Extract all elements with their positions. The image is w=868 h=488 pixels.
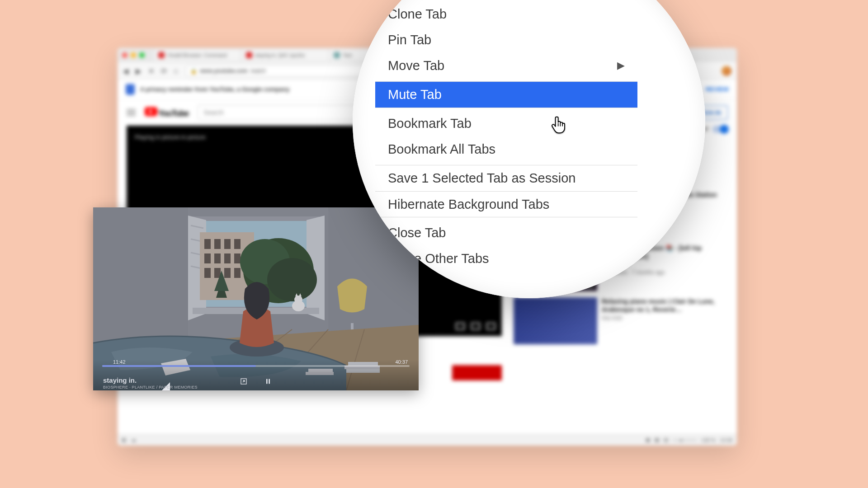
menu-icon[interactable] <box>127 109 136 116</box>
subscribe-button[interactable] <box>452 365 502 380</box>
fullscreen-icon[interactable] <box>486 323 495 330</box>
browser-tab[interactable]: Vivaldi Browser. Command <box>155 50 241 61</box>
zoom-window-icon[interactable] <box>139 52 145 58</box>
popout-icon[interactable] <box>240 378 247 385</box>
reload-icon[interactable]: ⟳ <box>161 67 169 75</box>
pip-video-title: staying in. <box>103 376 137 384</box>
images-toggle-icon[interactable]: ▤ <box>664 437 668 443</box>
clock: 13:36 <box>720 437 732 443</box>
home-icon[interactable]: ⌂ <box>174 67 182 75</box>
theater-icon[interactable] <box>471 323 480 330</box>
pip-controls: 11:42 40:37 staying in. BIOSPHERE · PLAN… <box>93 360 419 390</box>
progress-bar[interactable] <box>102 365 410 367</box>
status-bar: ◧ ☁ ▣ ▦ ▤ ──●──── 130 % 13:36 <box>118 434 737 446</box>
autoplay-toggle[interactable] <box>712 126 728 133</box>
pip-video-subtitle: BIOSPHERE · PLANTLIKE / PAPER MEMORIES <box>103 385 198 389</box>
elapsed-time: 11:42 <box>113 359 126 365</box>
lock-icon: 🔒 <box>190 68 197 74</box>
submenu-arrow-icon: ▶ <box>617 58 625 73</box>
tiling-icon[interactable]: ▦ <box>655 437 659 443</box>
zoom-value: 130 % <box>701 437 715 443</box>
pause-icon[interactable] <box>264 378 272 385</box>
total-time: 40:37 <box>395 359 408 365</box>
menu-item-close-tab[interactable]: Close Tab <box>375 220 637 246</box>
menu-item-save-session[interactable]: Save 1 Selected Tab as Session <box>375 165 637 191</box>
minimize-window-icon[interactable] <box>131 52 136 58</box>
suggested-video[interactable]: Relaxing piano music | Clair De Lune, Ar… <box>514 297 728 344</box>
youtube-logo[interactable]: YouTube <box>145 107 189 118</box>
menu-item-bookmark-tab[interactable]: Bookmark Tab <box>375 111 637 136</box>
zoom-slider[interactable]: ──●──── <box>673 437 697 443</box>
menu-item-clone-tab[interactable]: Clone Tab <box>375 1 637 27</box>
close-window-icon[interactable] <box>122 52 127 58</box>
svg-rect-52 <box>266 379 268 384</box>
profile-avatar[interactable] <box>722 66 731 76</box>
menu-item-bookmark-all-tabs[interactable]: Bookmark All Tabs <box>375 136 637 162</box>
tab-context-menu: Reload Tab Clone Tab Pin Tab Move Tab ▶ … <box>375 0 637 274</box>
review-button[interactable]: REVIEW <box>706 86 729 93</box>
miniplayer-icon[interactable] <box>456 323 465 330</box>
back-icon[interactable]: ◀ <box>123 67 131 75</box>
stop-icon[interactable]: ✕ <box>148 67 156 75</box>
video-thumbnail <box>514 297 597 344</box>
youtube-play-icon <box>145 107 157 116</box>
menu-item-pin-tab[interactable]: Pin Tab <box>375 27 637 53</box>
pip-window[interactable]: 11:42 40:37 staying in. BIOSPHERE · PLAN… <box>93 207 419 390</box>
sync-icon[interactable]: ☁ <box>131 437 136 443</box>
shield-icon <box>126 84 135 95</box>
window-controls[interactable] <box>122 52 145 58</box>
menu-item-mute-tab[interactable]: Mute Tab <box>375 82 637 108</box>
browser-tab[interactable]: staying in. [lofi / jazzho <box>242 50 328 61</box>
capture-icon[interactable]: ▣ <box>646 437 650 443</box>
forward-icon[interactable]: ▶ <box>136 67 144 75</box>
menu-item-move-tab[interactable]: Move Tab ▶ <box>375 53 637 79</box>
svg-rect-53 <box>269 379 270 384</box>
panel-toggle-icon[interactable]: ◧ <box>122 437 127 443</box>
menu-item-hibernate-background[interactable]: Hibernate Background Tabs <box>375 192 637 217</box>
banner-text: A privacy reminder from YouTube, a Googl… <box>140 86 289 93</box>
